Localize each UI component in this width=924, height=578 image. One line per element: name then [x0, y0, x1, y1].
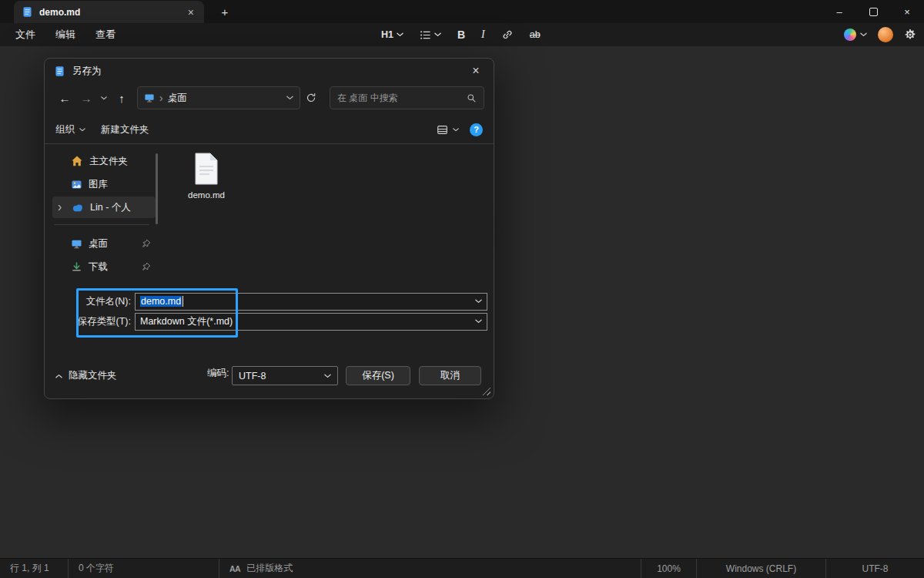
file-name: demo.md	[188, 190, 225, 200]
home-icon	[71, 155, 83, 167]
titlebar: demo.md × + – ×	[0, 0, 924, 23]
breadcrumb[interactable]: › 桌面	[137, 86, 300, 109]
up-button[interactable]: ↑	[111, 87, 132, 109]
chevron-up-icon	[55, 374, 62, 378]
heading-button[interactable]: H1	[377, 27, 407, 42]
chevron-down-icon	[324, 374, 331, 378]
savetype-select[interactable]: Markdown 文件(*.md)	[135, 313, 487, 331]
dialog-titlebar: 另存为 ×	[45, 59, 494, 83]
back-button[interactable]: ←	[54, 87, 75, 109]
menu-view[interactable]: 查看	[88, 25, 123, 45]
settings-gear-icon[interactable]	[904, 29, 916, 41]
download-icon	[71, 261, 82, 273]
chevron-right-icon[interactable]	[55, 206, 65, 210]
sidebar: 主文件夹 图库 Lin - 个人	[45, 144, 159, 289]
maximize-button[interactable]	[856, 0, 890, 23]
command-bar-right: ?	[437, 123, 483, 136]
maximize-icon	[869, 8, 878, 16]
formatting-status[interactable]: AA 已排版格式	[219, 559, 303, 578]
cancel-button[interactable]: 取消	[419, 366, 481, 385]
menu-group: 文件 编辑 查看	[8, 23, 123, 46]
menu-edit[interactable]: 编辑	[48, 25, 83, 45]
save-button[interactable]: 保存(S)	[346, 366, 410, 385]
file-list[interactable]: demo.md	[159, 144, 494, 289]
file-icon	[192, 152, 220, 186]
link-icon	[501, 29, 514, 41]
minimize-button[interactable]: –	[822, 0, 856, 23]
encoding-label: 编码:	[207, 367, 229, 380]
resize-grip[interactable]	[482, 387, 490, 395]
onedrive-cloud-icon	[71, 203, 84, 213]
sidebar-item-gallery[interactable]: 图库	[52, 173, 156, 195]
new-tab-button[interactable]: +	[216, 0, 234, 23]
view-options-button[interactable]	[437, 124, 459, 136]
forward-button[interactable]: →	[75, 87, 97, 109]
refresh-icon	[306, 92, 316, 103]
filename-input[interactable]: demo.md	[135, 293, 487, 311]
right-toolbar	[844, 23, 916, 46]
copilot-icon	[844, 29, 856, 41]
zoom-level[interactable]: 100%	[641, 559, 696, 578]
sidebar-item-downloads[interactable]: 下载	[52, 256, 156, 277]
chevron-down-icon	[397, 32, 403, 37]
copilot-button[interactable]	[844, 29, 867, 41]
encoding-select[interactable]: UTF-8	[232, 366, 338, 385]
file-item-demo[interactable]: demo.md	[179, 152, 234, 200]
line-ending[interactable]: Windows (CRLF)	[696, 559, 825, 578]
list-icon	[420, 29, 431, 41]
filename-label: 文件名(N):	[45, 295, 135, 308]
tab-demo[interactable]: demo.md ×	[14, 1, 204, 23]
organize-button[interactable]: 组织	[55, 123, 85, 136]
savetype-label: 保存类型(T):	[45, 315, 135, 328]
hide-folders-button[interactable]: 隐藏文件夹	[55, 369, 117, 382]
sidebar-item-home[interactable]: 主文件夹	[52, 150, 156, 172]
breadcrumb-location[interactable]: 桌面	[168, 92, 187, 105]
search-icon	[467, 93, 477, 103]
recent-locations-button[interactable]	[97, 87, 111, 109]
close-button[interactable]: ×	[890, 0, 924, 23]
cursor-position: 行 1, 列 1	[0, 559, 68, 578]
file-encoding[interactable]: UTF-8	[825, 559, 924, 578]
statusbar: 行 1, 列 1 0 个字符 AA 已排版格式 100% Windows (CR…	[0, 558, 924, 578]
new-folder-button[interactable]: 新建文件夹	[101, 123, 149, 136]
savetype-value: Markdown 文件(*.md)	[140, 315, 233, 328]
sidebar-scrollbar[interactable]	[156, 153, 158, 224]
format-toolbar: H1 B I ab	[377, 23, 544, 46]
dialog-body: 主文件夹 图库 Lin - 个人	[45, 144, 494, 289]
pin-icon	[142, 239, 151, 248]
sidebar-item-desktop[interactable]: 桌面	[52, 233, 156, 254]
gallery-icon	[71, 179, 82, 190]
app-window: demo.md × + – × 文件 编辑 查看 H1 B I	[0, 0, 924, 578]
menubar: 文件 编辑 查看 H1 B I ab	[0, 23, 924, 46]
chevron-down-icon	[453, 128, 459, 132]
search-placeholder: 在 桌面 中搜索	[337, 92, 398, 105]
tab-title: demo.md	[39, 7, 80, 18]
encoding-value: UTF-8	[239, 371, 266, 381]
window-controls: – ×	[822, 0, 924, 23]
filename-dropdown-button[interactable]	[475, 299, 482, 304]
link-button[interactable]	[497, 26, 517, 43]
chevron-down-icon	[101, 96, 107, 100]
italic-button[interactable]: I	[477, 26, 489, 43]
search-input[interactable]: 在 桌面 中搜索	[330, 86, 484, 109]
refresh-button[interactable]	[300, 87, 322, 109]
dialog-close-button[interactable]: ×	[467, 64, 484, 78]
save-as-dialog: 另存为 × ← → ↑ › 桌面 在 桌面 中搜索	[44, 58, 494, 399]
help-icon[interactable]: ?	[470, 123, 483, 136]
list-button[interactable]	[416, 27, 445, 43]
filename-value: demo.md	[140, 296, 182, 307]
bold-button[interactable]: B	[454, 26, 469, 43]
sidebar-item-onedrive[interactable]: Lin - 个人	[52, 197, 156, 218]
strikethrough-button[interactable]: ab	[526, 27, 544, 42]
navigation-bar: ← → ↑ › 桌面 在 桌面 中搜索	[54, 85, 484, 111]
address-dropdown-button[interactable]	[286, 96, 293, 100]
statusbar-right: 100% Windows (CRLF) UTF-8	[641, 559, 924, 578]
character-count: 0 个字符	[68, 559, 219, 578]
notepad-icon	[54, 66, 65, 77]
menu-file[interactable]: 文件	[8, 25, 43, 45]
breadcrumb-separator: ›	[159, 92, 163, 103]
savetype-dropdown-button[interactable]	[475, 319, 482, 324]
view-icon	[437, 124, 448, 136]
tab-close-icon[interactable]: ×	[186, 7, 196, 18]
user-avatar[interactable]	[878, 27, 893, 42]
